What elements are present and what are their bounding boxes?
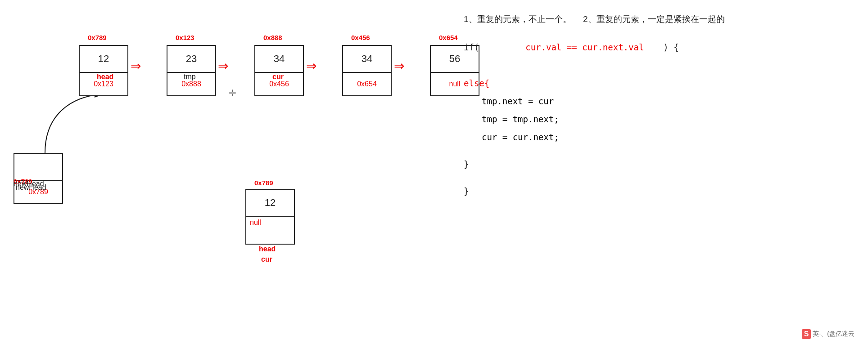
tmp-addr: 0x123 [176, 34, 194, 41]
tmp-label: tmp [184, 73, 196, 81]
tmp-val: 23 [167, 46, 215, 73]
close-paren: ) { [663, 42, 678, 52]
node4-node: 34 0x654 [342, 45, 392, 96]
code-line2: tmp = tmp.next; [464, 111, 855, 128]
headbottom-val: 12 [246, 190, 294, 217]
cursor-icon: ✛ [229, 88, 236, 98]
node4-val: 34 [343, 46, 391, 73]
else-keyword: else{ [464, 78, 489, 88]
tmp-node: 23 0x888 [167, 45, 216, 96]
else-line: else{ [464, 75, 855, 92]
code-area: 1、重复的元素，不止一个。 2、重复的元素，一定是紧挨在一起的 if( cur.… [464, 13, 855, 201]
cur-label: cur [272, 73, 284, 81]
rule2: 2、重复的元素，一定是紧挨在一起的 [583, 14, 725, 24]
arrow-3: ⇒ [306, 58, 316, 73]
headbottom-addr: 0x789 [254, 179, 273, 187]
arrow-1: ⇒ [131, 58, 141, 73]
cur-node: 34 0x456 [254, 45, 304, 96]
node4-addr: 0x456 [351, 34, 370, 41]
node4-ptr: 0x654 [343, 73, 391, 95]
cur-addr: 0x888 [263, 34, 282, 41]
rule-text: 1、重复的元素，不止一个。 2、重复的元素，一定是紧挨在一起的 [464, 13, 855, 25]
close-brace-text: } [464, 159, 469, 169]
headbottom-node: 12 null [245, 189, 295, 245]
head-node: 12 0x123 [79, 45, 128, 96]
code-close-brace: } [464, 156, 855, 173]
code-line3: cur = cur.next; [464, 129, 855, 146]
node5-addr: 0x654 [439, 34, 458, 41]
condition: cur.val == cur.next.val [525, 42, 644, 52]
arrow-4: ⇒ [394, 58, 404, 73]
newhead-val [14, 154, 62, 181]
head-addr: 0x789 [88, 34, 107, 41]
code-if-line: if( cur.val == cur.next.val ) { [464, 39, 855, 56]
watermark: S 英·、(盘亿迷云 [802, 329, 854, 339]
cur-val: 34 [255, 46, 303, 73]
code-line1: tmp.next = cur [464, 93, 855, 110]
code-close-brace2: } [464, 183, 855, 200]
newhead-bottom-label: newHead [14, 180, 44, 188]
watermark-s: S [802, 329, 811, 339]
head-val: 12 [80, 46, 127, 73]
headbottom-label1: head [259, 245, 276, 253]
watermark-text: 英·、(盘亿迷云 [813, 330, 854, 338]
headbottom-ptr-text: null [250, 219, 261, 227]
head-label: head [97, 73, 113, 81]
code-line2-text: tmp = tmp.next; [482, 114, 559, 124]
rule1: 1、重复的元素，不止一个。 [464, 14, 571, 24]
close-brace2-text: } [464, 186, 469, 196]
if-keyword: if( [464, 42, 479, 52]
arrow-2: ⇒ [218, 58, 228, 73]
headbottom-label2: cur [261, 255, 272, 263]
code-block: if( cur.val == cur.next.val ) { else{ tm… [464, 39, 855, 200]
headbottom-ptr: null [246, 217, 294, 244]
code-line1-text: tmp.next = cur [482, 96, 554, 106]
code-line3-text: cur = cur.next; [482, 132, 559, 142]
